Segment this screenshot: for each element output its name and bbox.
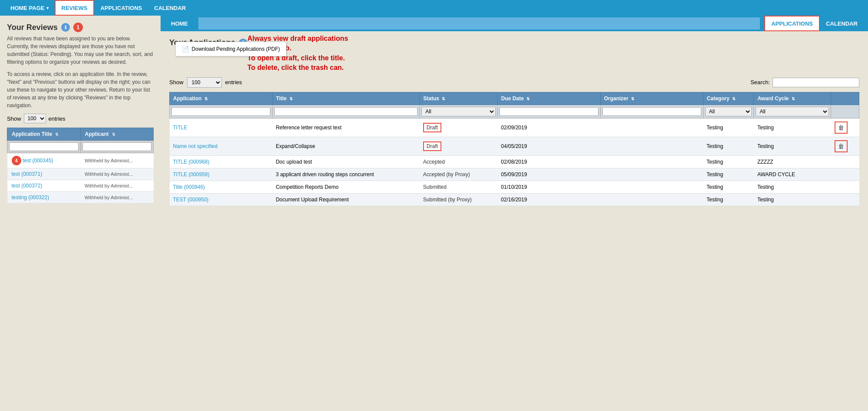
review-title-link[interactable]: testing (000322) (12, 194, 49, 201)
app-action-cell (831, 193, 859, 206)
app-award-cycle-cell: Testing (754, 118, 831, 137)
nav-home-page[interactable]: HOME PAGE ▾ (4, 0, 55, 16)
download-pending-btn[interactable]: 📄 Download Pending Applications (PDF) (175, 42, 286, 56)
app-name-cell: TEST (000950) (170, 193, 273, 206)
app-due-date-value: 02/09/2019 (501, 125, 527, 131)
show-select-apps[interactable]: 100 25 50 (187, 77, 222, 88)
filter-title-apps-input[interactable] (274, 107, 418, 116)
app-due-date-value: 02/16/2019 (501, 197, 527, 203)
app-category-value: Testing (707, 159, 723, 165)
app-name-link[interactable]: Title (000946) (173, 184, 205, 190)
reviews-description-2: To access a review, click on an applicat… (7, 70, 154, 109)
app-due-date-value: 04/05/2019 (501, 143, 527, 149)
sort-organizer-icon[interactable]: ⇅ (631, 97, 635, 101)
search-label: Search: (750, 79, 770, 85)
app-name-link[interactable]: TITLE (173, 125, 187, 131)
app-award-cycle-cell: Testing (754, 193, 831, 206)
filter-application-input[interactable] (171, 107, 270, 116)
filter-organizer-input[interactable] (602, 107, 701, 116)
app-name-link[interactable]: TITLE (000959) (173, 171, 210, 178)
app-category-value: Testing (707, 125, 723, 131)
app-due-date-value: 02/08/2019 (501, 159, 527, 165)
nav-reviews[interactable]: REVIEWS (55, 0, 95, 16)
nav2-calendar[interactable]: CALENDAR (820, 16, 864, 31)
app-name-link[interactable]: Name not specified (173, 143, 218, 149)
review-title-link[interactable]: test (000372) (12, 183, 43, 189)
app-status-cell: Accepted (420, 155, 497, 168)
nav2-home[interactable]: HOME (165, 16, 194, 31)
filter-category-select[interactable]: All Testing (705, 107, 752, 116)
app-organizer-cell (600, 181, 703, 193)
app-title-value: Reference letter request text (276, 125, 341, 131)
app-category-value: Testing (707, 197, 723, 203)
app-due-date-cell: 02/09/2019 (497, 118, 600, 137)
app-name-link[interactable]: TEST (000950) (173, 197, 209, 203)
search-container: Search: (750, 78, 859, 87)
nav-calendar[interactable]: CALENDAR (148, 0, 192, 16)
app-name-cell: TITLE (170, 118, 273, 137)
col-award-cycle: Award Cycle ⇅ (754, 92, 831, 105)
nav2-applications[interactable]: APPLICATIONS (764, 16, 820, 31)
reviews-table-row: testing (000322) Withheld by Administ... (7, 192, 154, 204)
app-status-cell: Draft (420, 137, 497, 155)
app-action-cell (831, 168, 859, 181)
sort-title-apps-icon[interactable]: ⇅ (289, 97, 293, 101)
filter-due-date-input[interactable] (500, 107, 598, 116)
app-category-cell: Testing (703, 193, 754, 206)
app-due-date-cell: 02/16/2019 (497, 193, 600, 206)
applications-content: Your Applications ℹ Always view draft ap… (161, 31, 868, 411)
app-due-date-value: 05/09/2019 (501, 171, 527, 178)
filter-status-select[interactable]: All Draft Submitted Accepted (421, 107, 495, 116)
app-award-cycle-value: Testing (757, 143, 774, 149)
app-award-cycle-cell: AWARD CYCLE (754, 168, 831, 181)
sort-application-icon[interactable]: ⇅ (204, 97, 208, 101)
app-title-value: Competition Reports Demo (276, 184, 339, 190)
sort-category-icon[interactable]: ⇅ (732, 97, 736, 101)
home-dropdown-icon: ▾ (46, 6, 49, 10)
reviews-badge-1: 1 (73, 23, 83, 32)
reviews-table: Application Title ⇅ Applicant ⇅ 4 test (… (7, 128, 154, 204)
app-name-link[interactable]: TITLE (000968) (173, 159, 210, 165)
filter-title-input[interactable] (9, 142, 79, 151)
sort-status-icon[interactable]: ⇅ (442, 97, 445, 101)
nav-applications[interactable]: APPLICATIONS (94, 0, 148, 16)
app-table-header-row: Application ⇅ Title ⇅ Status ⇅ Due Date … (170, 92, 859, 105)
delete-app-button[interactable]: 🗑 (835, 140, 848, 152)
app-table-row: TITLE (000959) 3 applicant driven routin… (170, 168, 859, 181)
top-nav-bar: HOME PAGE ▾ REVIEWS APPLICATIONS CALENDA… (0, 0, 868, 16)
app-table-row: TEST (000950) Document Upload Requiremen… (170, 193, 859, 206)
app-title-value: Doc upload test (276, 159, 312, 165)
review-title-link[interactable]: test (000345) (23, 158, 53, 164)
app-due-date-cell: 02/08/2019 (497, 155, 600, 168)
draft-badge: Draft (423, 123, 441, 132)
sort-due-date-icon[interactable]: ⇅ (526, 97, 530, 101)
col-status: Status ⇅ (420, 92, 497, 105)
filter-applicant-input[interactable] (82, 142, 151, 151)
app-title-value: 3 applicant driven routing steps concurr… (276, 171, 374, 178)
review-title-link[interactable]: test (000371) (12, 171, 43, 177)
nav2-search-bar (198, 17, 760, 30)
sort-title-icon[interactable]: ⇅ (55, 132, 59, 137)
app-name-cell: TITLE (000968) (170, 155, 273, 168)
app-award-cycle-value: Testing (757, 125, 774, 131)
show-select-reviews[interactable]: 100 25 50 (24, 114, 46, 123)
sort-award-cycle-icon[interactable]: ⇅ (792, 97, 795, 101)
app-table-row: TITLE Reference letter request text Draf… (170, 118, 859, 137)
entries-label-reviews: entries (49, 115, 66, 122)
app-title-cell: Reference letter request text (272, 118, 419, 137)
filter-award-cycle-select[interactable]: All Testing ZZZZZ AWARD CYCLE (756, 107, 829, 116)
review-applicant-value: Withheld by Administ... (85, 158, 133, 163)
reviews-table-row: test (000371) Withheld by Administ... (7, 168, 154, 180)
reviews-title: Your Reviews ℹ 1 (7, 23, 154, 32)
reviews-info-icon[interactable]: ℹ (61, 23, 70, 32)
app-category-value: Testing (707, 143, 723, 149)
app-action-cell: 🗑 (831, 137, 859, 155)
app-award-cycle-cell: Testing (754, 137, 831, 155)
delete-app-button[interactable]: 🗑 (835, 122, 848, 134)
app-award-cycle-cell: Testing (754, 181, 831, 193)
sort-applicant-icon[interactable]: ⇅ (112, 132, 115, 137)
nav-reviews-label: REVIEWS (62, 5, 88, 11)
col-actions (831, 92, 859, 105)
search-input[interactable] (773, 78, 859, 87)
app-title-cell: Expand/Collapse (272, 137, 419, 155)
